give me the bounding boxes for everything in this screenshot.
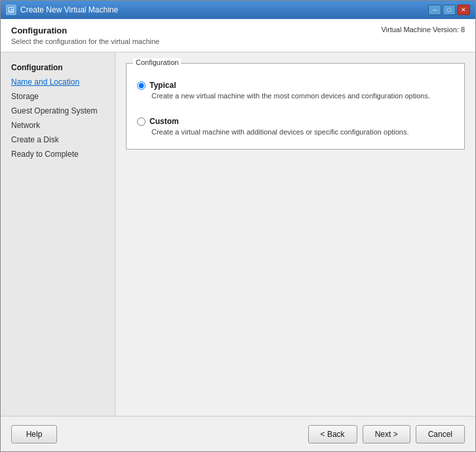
configuration-group: Configuration Typical Create a new virtu… (126, 63, 465, 150)
header-subtitle: Select the configuration for the virtual… (11, 37, 159, 45)
sidebar: Configuration Name and Location Storage … (1, 52, 115, 416)
svg-rect-2 (12, 8, 13, 9)
back-button[interactable]: < Back (308, 425, 357, 443)
window-title: Create New Virtual Machine (20, 5, 118, 14)
typical-radio[interactable] (137, 81, 146, 90)
cancel-button[interactable]: Cancel (416, 425, 465, 443)
title-bar: Create New Virtual Machine ─ □ ✕ (1, 1, 475, 19)
svg-rect-1 (9, 8, 11, 10)
header-title: Configuration (11, 26, 159, 35)
config-group-label: Configuration (133, 58, 181, 66)
sidebar-item-configuration[interactable]: Configuration (1, 60, 115, 75)
footer: Help < Back Next > Cancel (1, 416, 475, 451)
sidebar-item-name-and-location[interactable]: Name and Location (1, 75, 115, 89)
typical-option: Typical Create a new virtual machine wit… (137, 78, 454, 102)
sidebar-item-network: Network (1, 118, 115, 133)
header: Configuration Select the configuration f… (1, 19, 475, 52)
help-button[interactable]: Help (11, 425, 57, 443)
minimize-button[interactable]: ─ (428, 5, 441, 15)
custom-radio[interactable] (137, 117, 146, 126)
typical-description: Create a new virtual machine with the mo… (151, 92, 454, 100)
typical-label[interactable]: Typical (149, 81, 176, 90)
sidebar-item-create-a-disk: Create a Disk (1, 133, 115, 147)
maximize-button[interactable]: □ (443, 5, 456, 15)
next-button[interactable]: Next > (363, 425, 410, 443)
main-window: Create New Virtual Machine ─ □ ✕ Configu… (0, 0, 476, 452)
main-content: Configuration Typical Create a new virtu… (115, 52, 475, 416)
svg-rect-3 (9, 10, 13, 11)
custom-description: Create a virtual machine with additional… (151, 128, 454, 136)
content-area: Configuration Name and Location Storage … (1, 52, 475, 416)
window-icon (6, 5, 16, 15)
sidebar-item-storage: Storage (1, 89, 115, 104)
sidebar-item-guest-operating-system: Guest Operating System (1, 104, 115, 118)
custom-label[interactable]: Custom (149, 117, 179, 126)
header-version: Virtual Machine Version: 8 (381, 26, 465, 33)
close-button[interactable]: ✕ (457, 5, 470, 15)
sidebar-item-ready-to-complete: Ready to Complete (1, 147, 115, 161)
custom-option: Custom Create a virtual machine with add… (137, 114, 454, 138)
